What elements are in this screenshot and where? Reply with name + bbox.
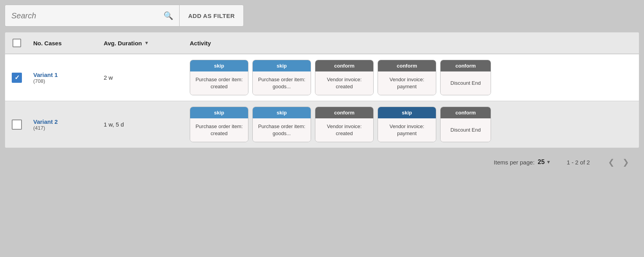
card-body: Purchase order item: goods... <box>253 71 311 95</box>
table-row: ✓ Variant 1 (708) 2 w skip Purchase orde… <box>5 54 639 101</box>
th-no-cases: No. Cases <box>29 32 99 54</box>
pagination-info: 1 - 2 of 2 <box>559 159 598 166</box>
items-per-page: Items per page: 25 ▼ <box>494 159 551 166</box>
row1-name-cell: Variant 1 (708) <box>29 54 99 101</box>
card-header-skip: skip <box>253 60 311 71</box>
dropdown-arrow-icon: ▼ <box>546 159 551 165</box>
card-body: Vendor invoice: payment <box>378 118 436 142</box>
search-icon: 🔍 <box>164 11 173 20</box>
activity-card: skip Purchase order item: goods... <box>252 60 311 95</box>
row2-checkbox[interactable] <box>12 120 22 130</box>
row2-duration: 1 w, 5 d <box>99 101 185 148</box>
prev-page-button[interactable]: ❮ <box>606 157 617 168</box>
card-header-conform: conform <box>441 107 491 118</box>
card-body: Purchase order item: created <box>190 118 248 142</box>
activity-card: skip Purchase order item: created <box>190 60 248 95</box>
row2-checkbox-cell[interactable] <box>5 101 29 148</box>
th-checkbox <box>5 32 29 54</box>
variants-table: No. Cases Avg. Duration ▼ Activity ✓ Var… <box>5 32 639 148</box>
activity-card: conform Discount End <box>440 60 491 95</box>
card-header-conform: conform <box>378 60 436 71</box>
card-header-skip: skip <box>253 107 311 118</box>
row1-checkbox[interactable]: ✓ <box>12 73 22 83</box>
search-input[interactable] <box>5 5 157 27</box>
next-page-button[interactable]: ❯ <box>620 157 631 168</box>
card-header-skip: skip <box>190 107 248 118</box>
th-avg-duration[interactable]: Avg. Duration ▼ <box>99 32 185 54</box>
card-header-skip-dark: skip <box>378 107 436 118</box>
card-body: Discount End <box>441 71 491 95</box>
card-body: Discount End <box>441 118 491 142</box>
card-header-conform: conform <box>441 60 491 71</box>
row2-variant-name[interactable]: Variant 2 <box>33 118 58 125</box>
search-bar: 🔍 ADD AS FILTER <box>5 5 639 27</box>
select-all-checkbox[interactable] <box>13 39 21 47</box>
row1-variant-count: (708) <box>33 78 45 84</box>
table-header: No. Cases Avg. Duration ▼ Activity <box>5 32 639 54</box>
activity-card: conform Vendor invoice: created <box>315 60 374 95</box>
search-button[interactable]: 🔍 <box>157 5 179 27</box>
card-body: Vendor invoice: created <box>315 71 373 95</box>
activity-card: skip Vendor invoice: payment <box>378 107 436 142</box>
row1-activities: skip Purchase order item: created skip P… <box>185 54 639 101</box>
card-body: Vendor invoice: created <box>315 118 373 142</box>
th-activity: Activity <box>185 32 639 54</box>
table-row: Variant 2 (417) 1 w, 5 d skip Purchase o… <box>5 101 639 148</box>
card-header-conform: conform <box>315 60 373 71</box>
row1-variant-name[interactable]: Variant 1 <box>33 71 58 78</box>
row2-name-cell: Variant 2 (417) <box>29 101 99 148</box>
sort-arrow-icon: ▼ <box>144 40 149 46</box>
card-body: Purchase order item: goods... <box>253 118 311 142</box>
row1-checkbox-cell[interactable]: ✓ <box>5 54 29 101</box>
card-header-skip: skip <box>190 60 248 71</box>
row2-activities: skip Purchase order item: created skip P… <box>185 101 639 148</box>
table-footer: Items per page: 25 ▼ 1 - 2 of 2 ❮ ❯ <box>5 151 639 173</box>
activity-card: conform Vendor invoice: payment <box>378 60 436 95</box>
activity-card: skip Purchase order item: goods... <box>252 107 311 142</box>
activity-card: skip Purchase order item: created <box>190 107 248 142</box>
activity-card: conform Discount End <box>440 107 491 142</box>
add-filter-button[interactable]: ADD AS FILTER <box>179 5 244 27</box>
activity-card: conform Vendor invoice: created <box>315 107 374 142</box>
row2-variant-count: (417) <box>33 125 45 131</box>
card-body: Vendor invoice: payment <box>378 71 436 95</box>
row1-duration: 2 w <box>99 54 185 101</box>
card-body: Purchase order item: created <box>190 71 248 95</box>
items-per-page-dropdown[interactable]: 25 ▼ <box>538 159 551 166</box>
card-header-conform: conform <box>315 107 373 118</box>
pagination-nav: ❮ ❯ <box>606 157 631 168</box>
